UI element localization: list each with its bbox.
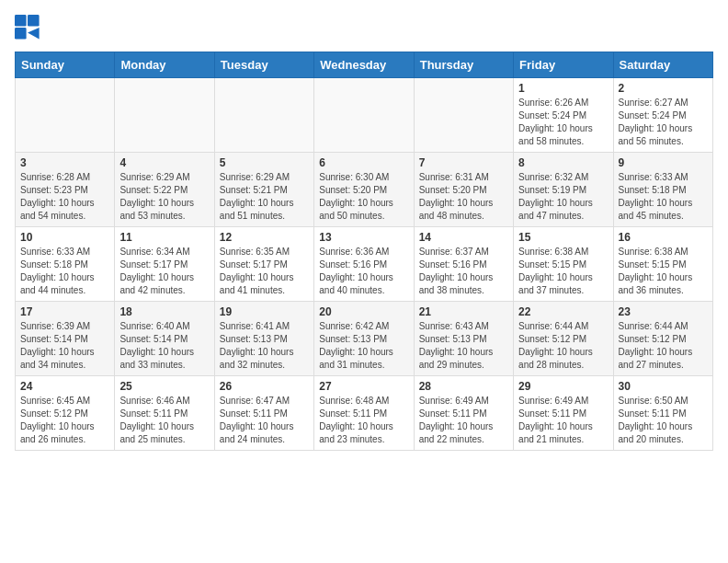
day-cell xyxy=(214,78,313,153)
day-number: 12 xyxy=(220,231,309,244)
svg-rect-0 xyxy=(15,15,27,27)
day-cell: 4Sunrise: 6:29 AMSunset: 5:22 PMDaylight… xyxy=(115,153,214,227)
day-info: Sunrise: 6:37 AMSunset: 5:16 PMDaylight:… xyxy=(419,246,508,297)
svg-rect-2 xyxy=(15,28,27,40)
day-number: 16 xyxy=(619,231,708,244)
day-cell: 18Sunrise: 6:40 AMSunset: 5:14 PMDayligh… xyxy=(115,302,214,376)
col-header-wednesday: Wednesday xyxy=(314,52,414,78)
day-number: 27 xyxy=(319,380,408,393)
day-info: Sunrise: 6:33 AMSunset: 5:18 PMDaylight:… xyxy=(619,171,708,223)
svg-rect-1 xyxy=(28,15,40,27)
logo-icon xyxy=(15,15,40,40)
day-cell: 1Sunrise: 6:26 AMSunset: 5:24 PMDaylight… xyxy=(514,78,613,153)
day-info: Sunrise: 6:46 AMSunset: 5:11 PMDaylight:… xyxy=(119,395,209,446)
day-info: Sunrise: 6:50 AMSunset: 5:11 PMDaylight:… xyxy=(619,395,708,446)
day-cell: 5Sunrise: 6:29 AMSunset: 5:21 PMDaylight… xyxy=(214,153,313,227)
day-cell: 26Sunrise: 6:47 AMSunset: 5:11 PMDayligh… xyxy=(214,376,313,451)
day-info: Sunrise: 6:34 AMSunset: 5:17 PMDaylight:… xyxy=(119,246,209,297)
day-number: 29 xyxy=(518,380,608,393)
day-cell xyxy=(414,78,513,153)
day-info: Sunrise: 6:49 AMSunset: 5:11 PMDaylight:… xyxy=(419,395,508,446)
day-cell: 14Sunrise: 6:37 AMSunset: 5:16 PMDayligh… xyxy=(414,227,513,302)
col-header-thursday: Thursday xyxy=(414,52,513,78)
day-cell: 21Sunrise: 6:43 AMSunset: 5:13 PMDayligh… xyxy=(414,302,513,376)
day-number: 5 xyxy=(220,156,309,169)
day-cell: 27Sunrise: 6:48 AMSunset: 5:11 PMDayligh… xyxy=(314,376,414,451)
day-number: 26 xyxy=(220,380,309,393)
day-number: 9 xyxy=(619,156,708,169)
day-info: Sunrise: 6:49 AMSunset: 5:11 PMDaylight:… xyxy=(518,395,608,446)
day-number: 23 xyxy=(619,305,708,318)
svg-marker-3 xyxy=(28,28,40,40)
day-info: Sunrise: 6:38 AMSunset: 5:15 PMDaylight:… xyxy=(518,246,608,297)
day-info: Sunrise: 6:44 AMSunset: 5:12 PMDaylight:… xyxy=(619,320,708,372)
day-info: Sunrise: 6:39 AMSunset: 5:14 PMDaylight:… xyxy=(20,320,109,372)
day-number: 7 xyxy=(419,156,508,169)
day-number: 4 xyxy=(119,156,209,169)
day-info: Sunrise: 6:33 AMSunset: 5:18 PMDaylight:… xyxy=(20,246,109,297)
col-header-friday: Friday xyxy=(514,52,613,78)
day-cell xyxy=(314,78,414,153)
day-cell: 25Sunrise: 6:46 AMSunset: 5:11 PMDayligh… xyxy=(115,376,214,451)
day-info: Sunrise: 6:26 AMSunset: 5:24 PMDaylight:… xyxy=(518,97,608,148)
header-row: SundayMondayTuesdayWednesdayThursdayFrid… xyxy=(16,52,713,78)
day-number: 17 xyxy=(20,305,109,318)
day-info: Sunrise: 6:30 AMSunset: 5:20 PMDaylight:… xyxy=(319,171,408,223)
day-number: 22 xyxy=(518,305,608,318)
day-number: 30 xyxy=(619,380,708,393)
day-number: 11 xyxy=(119,231,209,244)
day-info: Sunrise: 6:29 AMSunset: 5:22 PMDaylight:… xyxy=(119,171,209,223)
day-cell: 20Sunrise: 6:42 AMSunset: 5:13 PMDayligh… xyxy=(314,302,414,376)
day-cell: 30Sunrise: 6:50 AMSunset: 5:11 PMDayligh… xyxy=(613,376,712,451)
day-cell: 19Sunrise: 6:41 AMSunset: 5:13 PMDayligh… xyxy=(214,302,313,376)
day-info: Sunrise: 6:45 AMSunset: 5:12 PMDaylight:… xyxy=(20,395,109,446)
day-cell: 28Sunrise: 6:49 AMSunset: 5:11 PMDayligh… xyxy=(414,376,513,451)
day-cell: 3Sunrise: 6:28 AMSunset: 5:23 PMDaylight… xyxy=(16,153,115,227)
week-row-2: 10Sunrise: 6:33 AMSunset: 5:18 PMDayligh… xyxy=(16,227,713,302)
day-cell: 8Sunrise: 6:32 AMSunset: 5:19 PMDaylight… xyxy=(514,153,613,227)
day-number: 3 xyxy=(20,156,109,169)
col-header-sunday: Sunday xyxy=(16,52,115,78)
day-cell: 24Sunrise: 6:45 AMSunset: 5:12 PMDayligh… xyxy=(16,376,115,451)
day-info: Sunrise: 6:31 AMSunset: 5:20 PMDaylight:… xyxy=(419,171,508,223)
day-number: 2 xyxy=(619,82,708,95)
day-cell: 22Sunrise: 6:44 AMSunset: 5:12 PMDayligh… xyxy=(514,302,613,376)
day-info: Sunrise: 6:40 AMSunset: 5:14 PMDaylight:… xyxy=(119,320,209,372)
day-cell: 7Sunrise: 6:31 AMSunset: 5:20 PMDaylight… xyxy=(414,153,513,227)
day-cell: 13Sunrise: 6:36 AMSunset: 5:16 PMDayligh… xyxy=(314,227,414,302)
day-info: Sunrise: 6:38 AMSunset: 5:15 PMDaylight:… xyxy=(619,246,708,297)
day-number: 6 xyxy=(319,156,408,169)
col-header-monday: Monday xyxy=(115,52,214,78)
day-number: 28 xyxy=(419,380,508,393)
week-row-0: 1Sunrise: 6:26 AMSunset: 5:24 PMDaylight… xyxy=(16,78,713,153)
logo xyxy=(15,15,44,40)
col-header-tuesday: Tuesday xyxy=(214,52,313,78)
day-number: 1 xyxy=(518,82,608,95)
day-info: Sunrise: 6:48 AMSunset: 5:11 PMDaylight:… xyxy=(319,395,408,446)
day-cell: 23Sunrise: 6:44 AMSunset: 5:12 PMDayligh… xyxy=(613,302,712,376)
day-info: Sunrise: 6:32 AMSunset: 5:19 PMDaylight:… xyxy=(518,171,608,223)
day-cell: 10Sunrise: 6:33 AMSunset: 5:18 PMDayligh… xyxy=(16,227,115,302)
day-number: 10 xyxy=(20,231,109,244)
day-number: 24 xyxy=(20,380,109,393)
week-row-1: 3Sunrise: 6:28 AMSunset: 5:23 PMDaylight… xyxy=(16,153,713,227)
day-cell xyxy=(16,78,115,153)
day-cell: 16Sunrise: 6:38 AMSunset: 5:15 PMDayligh… xyxy=(613,227,712,302)
day-info: Sunrise: 6:43 AMSunset: 5:13 PMDaylight:… xyxy=(419,320,508,372)
calendar-table: SundayMondayTuesdayWednesdayThursdayFrid… xyxy=(15,52,713,451)
day-cell: 17Sunrise: 6:39 AMSunset: 5:14 PMDayligh… xyxy=(16,302,115,376)
day-cell: 11Sunrise: 6:34 AMSunset: 5:17 PMDayligh… xyxy=(115,227,214,302)
day-number: 25 xyxy=(119,380,209,393)
header xyxy=(15,15,713,40)
col-header-saturday: Saturday xyxy=(613,52,712,78)
day-number: 15 xyxy=(518,231,608,244)
day-number: 19 xyxy=(220,305,309,318)
day-number: 13 xyxy=(319,231,408,244)
day-number: 18 xyxy=(119,305,209,318)
day-info: Sunrise: 6:44 AMSunset: 5:12 PMDaylight:… xyxy=(518,320,608,372)
day-number: 21 xyxy=(419,305,508,318)
day-info: Sunrise: 6:35 AMSunset: 5:17 PMDaylight:… xyxy=(220,246,309,297)
day-info: Sunrise: 6:28 AMSunset: 5:23 PMDaylight:… xyxy=(20,171,109,223)
day-cell: 29Sunrise: 6:49 AMSunset: 5:11 PMDayligh… xyxy=(514,376,613,451)
day-info: Sunrise: 6:41 AMSunset: 5:13 PMDaylight:… xyxy=(220,320,309,372)
